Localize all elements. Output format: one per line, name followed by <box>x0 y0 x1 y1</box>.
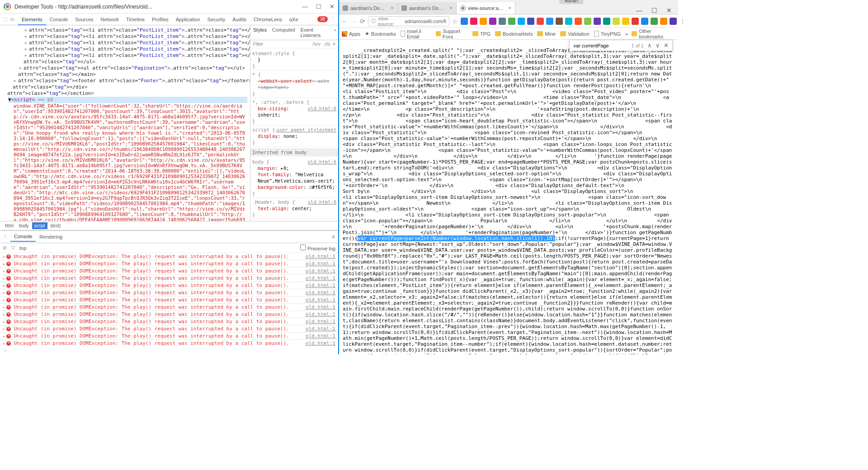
console-error-row[interactable]: ▸Uncaught (in promise) DOMException: The… <box>0 318 338 325</box>
console-tab[interactable]: Console <box>10 232 36 242</box>
console-error-row[interactable]: ▸Uncaught (in promise) DOMException: The… <box>0 268 338 275</box>
find-input[interactable] <box>573 43 627 48</box>
overflow-icon[interactable]: » <box>625 31 628 37</box>
add-rule-icon[interactable]: + <box>333 42 335 47</box>
extension-icon[interactable] <box>461 18 468 25</box>
filter-input[interactable]: Filter <box>253 42 263 47</box>
dom-node[interactable]: ▸attrn">class="tag"><li attrn">class="Po… <box>24 40 247 46</box>
extension-icon[interactable] <box>622 18 629 25</box>
devtools-tab-axe[interactable]: aXe <box>286 14 302 24</box>
extension-icon[interactable] <box>613 18 620 25</box>
bookmark-item[interactable]: Support Fora <box>436 28 468 39</box>
console-error-row[interactable]: ▸Uncaught (in promise) DOMException: The… <box>0 311 338 318</box>
devtools-tab-timeline[interactable]: Timeline <box>123 14 148 24</box>
tab-close-icon[interactable]: × <box>391 5 394 11</box>
dom-node[interactable]: ▸attrn">class="tag"><li attrn">class="Po… <box>24 52 247 59</box>
cls-toggle[interactable]: .cls <box>323 42 330 47</box>
extension-icon[interactable] <box>584 18 591 25</box>
listeners-tab[interactable]: Event Listeners <box>298 25 332 40</box>
menu-icon[interactable]: ⋮ <box>679 18 686 25</box>
find-next-icon[interactable]: ∨ <box>656 42 660 49</box>
drawer-menu-icon[interactable]: ⋮ <box>3 234 8 240</box>
computed-tab[interactable]: Computed <box>269 25 298 40</box>
devtools-tab-network[interactable]: Network <box>97 14 123 24</box>
error-count-badge[interactable]: 38 <box>317 16 328 22</box>
devtools-tab-profiles[interactable]: Profiles <box>148 14 172 24</box>
styles-tab[interactable]: Styles <box>250 25 269 40</box>
inspect-icon[interactable]: ⬚ <box>3 16 7 22</box>
close-button[interactable]: ✕ <box>330 3 335 10</box>
extension-icon[interactable] <box>575 18 582 25</box>
more-tabs-icon[interactable]: » <box>332 25 338 40</box>
extension-icon[interactable] <box>508 18 515 25</box>
console-error-row[interactable]: ▸Uncaught (in promise) DOMException: The… <box>0 289 338 296</box>
minimize-button[interactable]: — <box>302 3 308 10</box>
crumb-body[interactable]: body <box>17 222 31 229</box>
console-log[interactable]: ▸Uncaught (in promise) DOMException: The… <box>0 253 338 347</box>
extension-icon[interactable] <box>660 18 667 25</box>
close-button[interactable]: ✕ <box>666 7 672 14</box>
extension-icon[interactable] <box>480 18 487 25</box>
context-selector[interactable]: top <box>19 245 26 251</box>
dom-node[interactable]: attrn">class="tag"></main> <box>14 71 247 78</box>
extension-icon[interactable] <box>537 18 544 25</box>
forward-button[interactable]: → <box>351 18 357 25</box>
devtools-tab-audits[interactable]: Audits <box>229 14 250 24</box>
bookmark-item[interactable]: rosel.li Email <box>401 28 431 39</box>
devtools-tab-application[interactable]: Application <box>172 14 204 24</box>
console-error-row[interactable]: ▸Uncaught (in promise) DOMException: The… <box>0 340 338 347</box>
maximize-button[interactable]: ☐ <box>651 7 657 14</box>
dom-node[interactable]: ▸attrn">class="tag"><ul attrn">class="Pa… <box>19 65 247 71</box>
crumb-(text)[interactable]: (text) <box>48 222 63 229</box>
browser-tab[interactable]: aardrian's Downloaded V× <box>339 2 398 14</box>
find-prev-icon[interactable]: ∧ <box>647 42 652 49</box>
extension-icon[interactable] <box>518 18 525 25</box>
extension-icon[interactable] <box>632 18 639 25</box>
dom-node[interactable]: attrn">class="tag"></ul> <box>19 59 247 65</box>
extension-icon[interactable] <box>499 18 506 25</box>
bookmark-item[interactable]: Validation <box>560 28 590 39</box>
console-error-row[interactable]: ▸Uncaught (in promise) DOMException: The… <box>0 282 338 289</box>
dom-node[interactable]: ▸attrn">class="tag"><footer attrn">class… <box>14 78 247 84</box>
crumb-script[interactable]: script <box>32 222 47 229</box>
star-icon[interactable]: ☆ <box>452 18 458 25</box>
tab-close-icon[interactable]: × <box>449 5 453 11</box>
console-error-row[interactable]: ▸Uncaught (in promise) DOMException: The… <box>0 325 338 333</box>
filter-icon[interactable]: ▽ <box>11 245 15 251</box>
bookmark-item[interactable]: Bookmarklets <box>495 28 533 39</box>
console-error-row[interactable]: ▸Uncaught (in promise) DOMException: The… <box>0 253 338 260</box>
extension-icon[interactable] <box>603 18 610 25</box>
clear-console-icon[interactable]: ⊘ <box>3 245 7 251</box>
other-bookmarks[interactable]: Other bookmarks <box>632 28 675 39</box>
extension-icon[interactable] <box>489 18 496 25</box>
extension-icon[interactable] <box>565 18 572 25</box>
extension-icon[interactable] <box>670 18 677 25</box>
bookmark-item[interactable]: TinyPNG <box>594 28 621 39</box>
browser-tab[interactable]: view-source:adrianrosell× <box>457 2 515 14</box>
apps-shortcut[interactable]: Apps <box>342 31 360 37</box>
bookmark-item[interactable]: Mine <box>537 28 556 39</box>
console-error-row[interactable]: ▸Uncaught (in promise) DOMException: The… <box>0 304 338 311</box>
site-info-icon[interactable]: ⓘ <box>371 18 376 24</box>
devtools-tab-security[interactable]: Security <box>204 14 229 24</box>
hov-toggle[interactable]: :hov <box>312 42 321 47</box>
styles-body[interactable]: element.style {}}* {…-webkit-user-select… <box>250 48 338 221</box>
drawer-close-icon[interactable]: ✕ <box>331 234 335 240</box>
reload-button[interactable]: ⟳ <box>360 18 365 25</box>
crumb-html[interactable]: html <box>3 222 16 229</box>
back-button[interactable]: ← <box>342 18 348 25</box>
extension-icon[interactable] <box>546 18 553 25</box>
view-source-content[interactable]: _createdsplit2=_created.split(" ");var _… <box>339 40 678 354</box>
rendering-tab[interactable]: Rendering <box>36 232 66 241</box>
console-prompt[interactable]: › <box>0 347 338 354</box>
console-error-row[interactable]: ▸Uncaught (in promise) DOMException: The… <box>0 260 338 268</box>
dom-node[interactable]: attrn">class="tag"></div> <box>8 84 247 90</box>
devtools-tab-console[interactable]: Console <box>46 14 71 24</box>
devtools-tab-sources[interactable]: Sources <box>71 14 97 24</box>
dom-node[interactable]: ▸attrn">class="tag"><li attrn">class="Po… <box>24 27 247 33</box>
url-input[interactable]: ⓘ view-source:adrianroselli.com/fi <box>368 16 449 26</box>
find-close-icon[interactable]: ✕ <box>664 42 669 49</box>
devtools-tab-chromelens[interactable]: ChromeLens <box>250 14 286 24</box>
extension-icon[interactable] <box>594 18 601 25</box>
preserve-log-checkbox[interactable] <box>300 244 306 250</box>
